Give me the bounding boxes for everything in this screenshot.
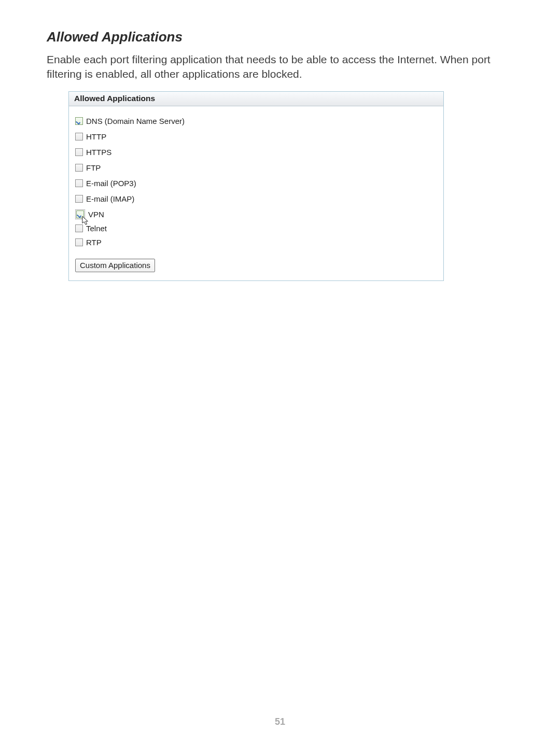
checkbox-label: RTP: [86, 238, 102, 247]
checkbox-email-imap[interactable]: [75, 195, 83, 203]
section-title: Allowed Applications: [47, 29, 513, 45]
checkbox-label: Telnet: [86, 224, 107, 233]
list-item: HTTPS: [75, 145, 437, 160]
checkbox-focus-ring: [75, 209, 85, 219]
checkbox-label: E-mail (POP3): [86, 179, 136, 188]
page-number: 51: [0, 716, 560, 727]
checkbox-https[interactable]: [75, 148, 83, 156]
document-page: Allowed Applications Enable each port fi…: [0, 0, 560, 745]
checkbox-ftp[interactable]: [75, 164, 83, 172]
list-item: VPN: [75, 207, 437, 222]
list-item: Telnet: [75, 222, 437, 235]
checkbox-label: DNS (Domain Name Server): [86, 117, 185, 125]
checkbox-label: HTTP: [86, 132, 106, 141]
checkbox-dns[interactable]: [75, 117, 83, 125]
checkbox-rtp[interactable]: [75, 238, 83, 246]
intro-text: Enable each port filtering application t…: [47, 52, 513, 82]
custom-applications-button[interactable]: Custom Applications: [75, 259, 155, 272]
checkbox-http[interactable]: [75, 133, 83, 140]
checkbox-vpn[interactable]: [76, 210, 84, 218]
list-item: E-mail (POP3): [75, 176, 437, 191]
list-item: FTP: [75, 160, 437, 176]
checkbox-label: E-mail (IMAP): [86, 194, 134, 203]
list-item: E-mail (IMAP): [75, 191, 437, 207]
list-item: DNS (Domain Name Server): [75, 114, 437, 129]
checkbox-label: FTP: [86, 163, 101, 172]
panel-container: Allowed Applications DNS (Domain Name Se…: [68, 91, 444, 281]
list-item: HTTP: [75, 129, 437, 145]
panel-header: Allowed Applications: [69, 92, 443, 106]
panel-body: DNS (Domain Name Server) HTTP HTTPS FTP: [69, 106, 443, 280]
checkbox-label: HTTPS: [86, 148, 111, 157]
list-item: RTP: [75, 235, 437, 250]
checkbox-telnet[interactable]: [75, 224, 83, 232]
checkbox-email-pop3[interactable]: [75, 179, 83, 187]
checkbox-label: VPN: [88, 210, 104, 219]
allowed-applications-panel: Allowed Applications DNS (Domain Name Se…: [68, 91, 444, 281]
